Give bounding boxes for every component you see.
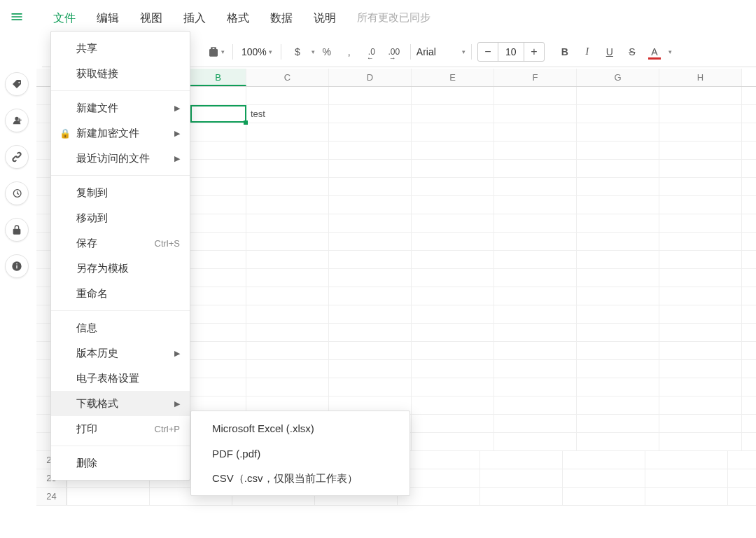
chevron-right-icon: ▶ (174, 104, 180, 113)
menu-delete[interactable]: 删除 (51, 450, 190, 476)
font-size-stepper[interactable]: − 10 + (477, 42, 545, 62)
menu-get-link[interactable]: 获取链接 (51, 61, 190, 86)
italic-button[interactable]: I (577, 41, 598, 62)
menubar: 文件 编辑 视图 插入 格式 数据 说明 所有更改已同步 (42, 0, 756, 31)
menu-spreadsheet-settings[interactable]: 电子表格设置 (51, 366, 190, 391)
comma-button[interactable]: , (339, 41, 360, 62)
download-as-submenu: Microsoft Excel (.xlsx) PDF (.pdf) CSV（.… (190, 411, 410, 496)
tag-icon[interactable] (5, 72, 29, 96)
text-color-button[interactable]: A (644, 41, 665, 62)
menu-share[interactable]: 共享 (51, 36, 190, 61)
info-icon[interactable] (5, 254, 29, 278)
shortcut-label: Ctrl+P (155, 424, 180, 434)
col-header-G[interactable]: G (577, 69, 659, 86)
cell[interactable] (494, 87, 577, 104)
col-header-E[interactable]: E (412, 69, 494, 86)
cell-active[interactable] (190, 105, 246, 123)
cell[interactable] (577, 105, 659, 123)
menu-move-to[interactable]: 移动到 (51, 205, 190, 230)
menu-copy-to[interactable]: 复制到 (51, 180, 190, 205)
cell[interactable] (246, 87, 329, 104)
col-header-H[interactable]: H (659, 69, 742, 86)
menu-print[interactable]: 打印Ctrl+P (51, 416, 190, 441)
cell[interactable]: test (246, 105, 329, 123)
col-header-D[interactable]: D (329, 69, 412, 86)
menu-data[interactable]: 数据 (270, 11, 293, 26)
lock-icon[interactable] (5, 218, 29, 242)
cell[interactable] (412, 105, 494, 123)
underline-button[interactable]: U (599, 41, 620, 62)
zoom-select[interactable]: 100%▾ (239, 46, 275, 57)
svg-rect-2 (16, 263, 17, 264)
menu-save-as-template[interactable]: 另存为模板 (51, 256, 190, 281)
history-icon[interactable] (5, 181, 29, 205)
font-size-minus[interactable]: − (478, 46, 498, 58)
cell[interactable] (329, 105, 412, 123)
shortcut-label: Ctrl+S (155, 238, 180, 249)
chevron-right-icon: ▶ (174, 154, 180, 163)
download-csv[interactable]: CSV（.csv，仅限当前工作表） (191, 466, 410, 491)
cell[interactable] (329, 87, 412, 104)
menu-version-history[interactable]: 版本历史▶ (51, 340, 190, 366)
cell[interactable] (190, 87, 246, 104)
menu-file[interactable]: 文件 (53, 11, 76, 26)
chevron-right-icon: ▶ (174, 129, 180, 138)
link-icon[interactable] (5, 145, 29, 169)
cell[interactable] (659, 105, 742, 123)
decrease-decimal-button[interactable]: .0← (361, 41, 382, 62)
menu-download-as[interactable]: 下载格式▶ (51, 391, 190, 416)
file-menu-dropdown: 共享 获取链接 新建文件▶ 🔒新建加密文件▶ 最近访问的文件▶ 复制到 移动到 … (50, 31, 190, 481)
menu-edit[interactable]: 编辑 (97, 11, 119, 26)
menu-view[interactable]: 视图 (140, 11, 162, 26)
sync-status: 所有更改已同步 (357, 11, 430, 25)
cell[interactable] (494, 105, 577, 123)
col-header-F[interactable]: F (494, 69, 577, 86)
menu-rename[interactable]: 重命名 (51, 281, 190, 306)
menu-recent-files[interactable]: 最近访问的文件▶ (51, 146, 190, 171)
left-rail (0, 0, 34, 538)
bold-button[interactable]: B (554, 41, 575, 62)
col-header-C[interactable]: C (246, 69, 329, 86)
font-family-select[interactable]: Arial▾ (416, 46, 465, 57)
currency-button[interactable]: $ (287, 41, 308, 62)
menu-insert[interactable]: 插入 (183, 11, 206, 26)
menu-new-encrypted-file[interactable]: 🔒新建加密文件▶ (51, 120, 190, 146)
increase-decimal-button[interactable]: .00→ (384, 41, 405, 62)
menu-info[interactable]: 信息 (51, 315, 190, 340)
hamburger-icon[interactable] (6, 6, 28, 32)
font-size-value[interactable]: 10 (498, 43, 524, 61)
chevron-right-icon: ▶ (174, 349, 180, 358)
percent-button[interactable]: % (316, 41, 337, 62)
menu-format[interactable]: 格式 (227, 11, 249, 26)
chevron-right-icon: ▶ (174, 399, 180, 408)
lock-icon: 🔒 (59, 128, 71, 139)
menu-new-file[interactable]: 新建文件▶ (51, 95, 190, 120)
cell[interactable] (577, 87, 659, 104)
add-user-icon[interactable] (5, 109, 29, 132)
cell[interactable] (412, 87, 494, 104)
menu-save[interactable]: 保存Ctrl+S (51, 230, 190, 256)
col-header-B[interactable]: B (190, 69, 246, 86)
strike-button[interactable]: S (622, 41, 643, 62)
svg-rect-1 (16, 265, 17, 269)
download-xlsx[interactable]: Microsoft Excel (.xlsx) (191, 415, 410, 441)
font-size-plus[interactable]: + (524, 46, 544, 58)
menu-help[interactable]: 说明 (314, 11, 336, 26)
paste-button[interactable]: ▾ (206, 41, 227, 62)
download-pdf[interactable]: PDF (.pdf) (191, 441, 410, 466)
cell[interactable] (659, 87, 742, 104)
row-header[interactable]: 24 (36, 488, 67, 505)
